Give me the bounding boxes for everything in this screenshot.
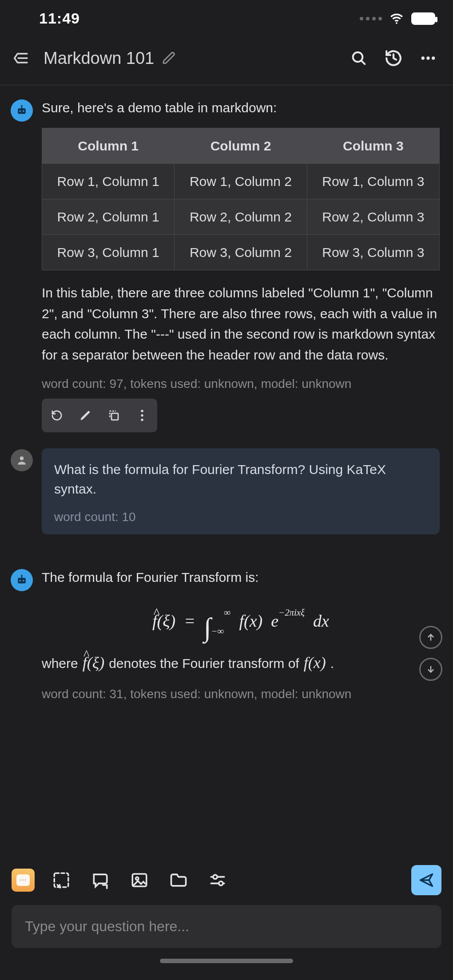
more-button[interactable] <box>415 45 441 71</box>
svg-point-7 <box>426 56 429 59</box>
bot-text: The formula for Fourier Transform is: <box>42 568 440 587</box>
status-bar: 11:49 <box>0 0 453 37</box>
bot-text: Sure, here's a demo table in markdown: <box>42 99 440 117</box>
history-icon <box>384 49 403 67</box>
quote-button[interactable] <box>88 868 113 893</box>
folder-button[interactable] <box>166 868 191 893</box>
svg-point-21 <box>23 580 24 582</box>
formula-where: where f(ξ) denotes the Fourier transform… <box>42 650 440 676</box>
folder-icon <box>169 870 188 890</box>
robot-icon <box>15 573 28 587</box>
message-bot: The formula for Fourier Transform is: f(… <box>11 568 440 709</box>
svg-point-15 <box>141 410 143 412</box>
app-icon-button[interactable]: ••• <box>12 869 35 892</box>
table-header: Column 2 <box>175 128 307 164</box>
formula-display: f(ξ) = ∫−∞∞ f(x) e−2πixξ dx <box>42 597 440 650</box>
table-row: Row 3, Column 1 Row 3, Column 2 Row 3, C… <box>42 235 440 270</box>
search-icon <box>350 49 368 67</box>
svg-point-10 <box>20 111 21 112</box>
selection-icon <box>52 871 71 889</box>
wifi-icon <box>389 11 404 26</box>
chat-reply-icon <box>91 870 110 890</box>
status-time: 11:49 <box>39 10 80 27</box>
table-header: Column 3 <box>307 128 439 164</box>
arrow-down-icon <box>426 664 436 674</box>
image-button[interactable] <box>127 868 152 893</box>
bot-avatar <box>11 569 33 591</box>
menu-button[interactable] <box>12 49 33 67</box>
svg-rect-14 <box>111 413 118 420</box>
svg-point-28 <box>136 877 139 880</box>
svg-line-5 <box>361 60 365 64</box>
input-placeholder: Type your question here... <box>25 918 428 935</box>
message-more-button[interactable] <box>130 403 155 428</box>
robot-icon <box>15 104 28 117</box>
home-indicator <box>160 959 293 963</box>
select-text-button[interactable] <box>49 868 74 893</box>
pencil-icon <box>79 409 91 422</box>
search-button[interactable] <box>346 45 372 71</box>
message-meta: word count: 97, tokens used: unknown, mo… <box>42 375 440 392</box>
message-toolbar <box>42 399 157 432</box>
svg-rect-9 <box>18 108 26 114</box>
person-icon <box>16 454 28 466</box>
svg-point-20 <box>20 580 21 582</box>
svg-point-32 <box>219 881 223 885</box>
send-button[interactable] <box>411 865 441 895</box>
message-bot: Sure, here's a demo table in markdown: C… <box>11 99 440 432</box>
copy-icon <box>107 409 120 422</box>
svg-rect-26 <box>54 873 68 887</box>
history-button[interactable] <box>380 45 407 71</box>
svg-point-6 <box>421 56 425 59</box>
table-row: Row 1, Column 1 Row 1, Column 2 Row 1, C… <box>42 164 440 199</box>
svg-point-23 <box>21 575 22 576</box>
chat-bubble-icon: ••• <box>16 874 30 886</box>
scroll-up-button[interactable] <box>419 626 442 649</box>
copy-button[interactable] <box>101 403 126 428</box>
edit-title-button[interactable] <box>162 51 176 65</box>
send-icon <box>418 872 434 888</box>
markdown-table: Column 1 Column 2 Column 3 Row 1, Column… <box>42 128 440 270</box>
settings-sliders-button[interactable] <box>205 868 230 893</box>
svg-point-0 <box>396 22 397 24</box>
composer: ••• Type your question here... <box>0 857 453 980</box>
svg-point-13 <box>21 105 22 107</box>
bot-avatar <box>11 99 33 122</box>
sliders-icon <box>208 870 227 890</box>
image-icon <box>130 871 149 889</box>
regenerate-button[interactable] <box>44 403 69 428</box>
status-indicators <box>360 11 435 26</box>
arrow-up-icon <box>426 632 436 642</box>
svg-point-11 <box>23 111 24 112</box>
message-meta: word count: 10 <box>54 508 427 526</box>
pencil-icon <box>162 51 176 65</box>
more-icon <box>419 49 437 67</box>
message-user: What is the formula for Fourier Transfor… <box>11 448 440 534</box>
table-row: Row 2, Column 1 Row 2, Column 2 Row 2, C… <box>42 199 440 235</box>
message-meta: word count: 31, tokens used: unknown, mo… <box>42 685 440 703</box>
refresh-icon <box>50 409 64 422</box>
edit-message-button[interactable] <box>73 403 98 428</box>
table-header: Column 1 <box>42 128 175 164</box>
composer-toolbar: ••• <box>12 865 441 895</box>
user-avatar <box>11 449 33 471</box>
page-title: Markdown 101 <box>44 49 154 68</box>
svg-rect-19 <box>18 578 26 584</box>
app-header: Markdown 101 <box>0 37 453 85</box>
bot-explanation: In this table, there are three columns l… <box>42 283 440 365</box>
user-message-bubble[interactable]: What is the formula for Fourier Transfor… <box>42 448 440 534</box>
svg-point-30 <box>213 875 217 879</box>
chat-scroll[interactable]: Sure, here's a demo table in markdown: C… <box>0 85 453 729</box>
svg-point-16 <box>141 414 143 417</box>
more-vertical-icon <box>140 409 144 422</box>
battery-icon <box>411 12 435 25</box>
menu-icon <box>12 49 29 67</box>
svg-point-17 <box>141 419 143 421</box>
signal-dots-icon <box>360 17 382 20</box>
svg-point-18 <box>20 457 24 461</box>
scroll-down-button[interactable] <box>419 658 442 681</box>
user-text: What is the formula for Fourier Transfor… <box>54 460 427 498</box>
svg-point-8 <box>432 56 435 59</box>
message-input[interactable]: Type your question here... <box>12 905 441 948</box>
